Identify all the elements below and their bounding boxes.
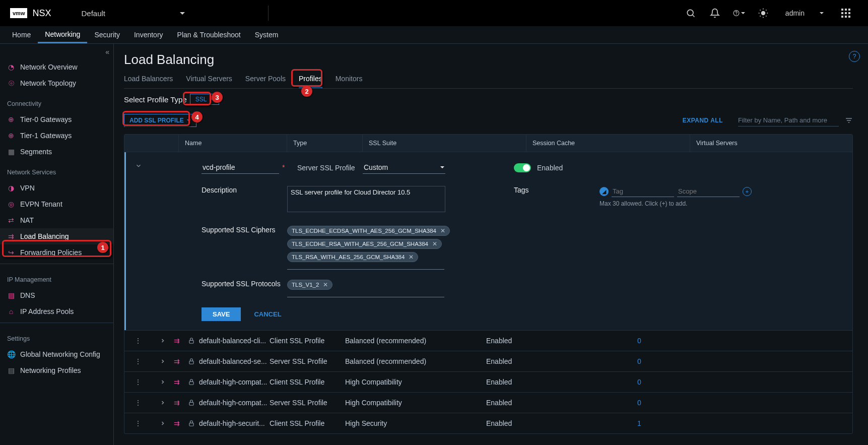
expand-row-icon[interactable]	[151, 379, 174, 385]
theme-icon[interactable]	[757, 7, 769, 19]
expand-row-icon[interactable]	[151, 338, 174, 344]
tab-security[interactable]: Security	[87, 26, 127, 43]
body-area: « ◔Network Overview ⦾Network Topology Co…	[0, 44, 868, 445]
dns-icon: ▤	[7, 291, 15, 299]
cancel-button[interactable]: CANCEL	[251, 310, 284, 319]
expand-row-icon[interactable]	[151, 420, 174, 426]
row-name: default-high-securit...	[199, 419, 270, 427]
sub-tab-virtual-servers[interactable]: Virtual Servers	[186, 71, 232, 88]
row-type: Server SSL Profile	[270, 357, 345, 365]
nav-networking-profiles[interactable]: ▤Networking Profiles	[0, 362, 113, 378]
sub-tab-server-pools[interactable]: Server Pools	[245, 71, 286, 88]
filter-icon[interactable]	[845, 116, 853, 124]
nav-global-config[interactable]: 🌐Global Networking Config	[0, 346, 113, 362]
profile-type-label: Select Profile Type	[124, 95, 187, 104]
profile-type-text: Server SSL Profile	[297, 164, 363, 172]
user-menu[interactable]: admin	[785, 9, 824, 17]
table-row: ⋮ ⇉ default-balanced-cli... Client SSL P…	[124, 330, 852, 351]
row-virtual-servers-link[interactable]: 0	[637, 399, 852, 407]
bell-icon[interactable]	[709, 7, 721, 19]
col-header-cache: Session Cache	[526, 135, 690, 152]
tab-inventory[interactable]: Inventory	[127, 26, 170, 43]
nav-nat[interactable]: ⇄NAT	[0, 212, 113, 228]
search-icon[interactable]	[685, 7, 697, 19]
svg-rect-18	[189, 382, 193, 385]
sub-tab-profiles[interactable]: Profiles	[299, 71, 322, 88]
protocols-label: Supported SSL Protocols	[202, 280, 287, 297]
scope-input[interactable]	[677, 186, 740, 197]
add-tag-button[interactable]: +	[743, 187, 752, 196]
row-actions-icon[interactable]: ⋮	[124, 399, 151, 407]
nav-forwarding-policies[interactable]: ↪Forwarding Policies	[0, 244, 113, 261]
session-cache-toggle[interactable]	[514, 163, 531, 172]
save-button[interactable]: SAVE	[202, 307, 241, 321]
table-row: ⋮ ⇉ default-high-compat... Client SSL Pr…	[124, 371, 852, 392]
nav-tier0-gateways[interactable]: ⊕Tier-0 Gateways	[0, 111, 113, 128]
ciphers-container[interactable]: TLS_ECDHE_ECDSA_WITH_AES_256_GCM_SHA384✕…	[287, 226, 444, 270]
expand-all-button[interactable]: EXPAND ALL	[683, 117, 723, 124]
tags-hint: Max 30 allowed. Click (+) to add.	[599, 200, 752, 207]
nav-ip-address-pools[interactable]: ⌂IP Address Pools	[0, 303, 113, 320]
lock-icon	[188, 378, 199, 386]
description-input[interactable]	[287, 186, 445, 212]
sub-tab-load-balancers[interactable]: Load Balancers	[124, 71, 173, 88]
segments-icon: ▦	[7, 148, 15, 156]
divider	[268, 6, 269, 21]
tab-networking[interactable]: Networking	[38, 26, 87, 43]
collapse-nav-icon[interactable]: «	[105, 48, 109, 56]
svg-line-7	[760, 10, 760, 11]
tab-system[interactable]: System	[248, 26, 286, 43]
tenant-icon: ◎	[7, 200, 15, 208]
row-virtual-servers-link[interactable]: 0	[637, 378, 852, 386]
row-suite: Balanced (recommended)	[345, 357, 486, 365]
expand-row-icon[interactable]	[151, 400, 174, 406]
add-ssl-profile-button[interactable]: ADD SSL PROFILE	[124, 114, 196, 127]
lb-icon: ⇉	[174, 357, 188, 365]
row-actions-icon[interactable]: ⋮	[124, 419, 151, 427]
tab-plan-troubleshoot[interactable]: Plan & Troubleshoot	[170, 26, 248, 43]
nav-load-balancing[interactable]: ⇉Load Balancing	[0, 228, 113, 244]
nav-tier1-gateways[interactable]: ⊕Tier-1 Gateways	[0, 128, 113, 144]
help-dropdown-icon[interactable]	[733, 7, 745, 19]
profile-name-input[interactable]	[202, 161, 279, 174]
row-actions-icon[interactable]: ⋮	[124, 357, 151, 365]
scope-selector[interactable]: Default	[81, 9, 255, 18]
nav-dns[interactable]: ▤DNS	[0, 287, 113, 303]
chevron-down-icon	[180, 12, 185, 15]
protocols-container[interactable]: TLS_V1_2✕	[287, 280, 444, 297]
nav-segments[interactable]: ▦Segments	[0, 144, 113, 160]
sub-tab-monitors[interactable]: Monitors	[336, 71, 363, 88]
topology-icon: ⦾	[7, 79, 15, 87]
globe-icon: 🌐	[7, 350, 15, 358]
row-virtual-servers-link[interactable]: 1	[637, 419, 852, 427]
filter-input[interactable]	[738, 114, 839, 126]
nav-vpn[interactable]: ◑VPN	[0, 180, 113, 196]
chevron-down-icon	[820, 12, 824, 14]
row-type: Client SSL Profile	[270, 337, 345, 345]
remove-chip-icon[interactable]: ✕	[432, 240, 437, 247]
help-icon[interactable]: ?	[849, 51, 860, 62]
remove-chip-icon[interactable]: ✕	[323, 281, 328, 288]
nav-network-topology[interactable]: ⦾Network Topology	[0, 75, 113, 91]
row-virtual-servers-link[interactable]: 0	[637, 337, 852, 345]
tab-home[interactable]: Home	[5, 26, 38, 43]
nav-evpn-tenant[interactable]: ◎EVPN Tenant	[0, 196, 113, 212]
row-virtual-servers-link[interactable]: 0	[637, 357, 852, 365]
remove-chip-icon[interactable]: ✕	[440, 227, 445, 234]
remove-chip-icon[interactable]: ✕	[409, 253, 414, 261]
tag-input[interactable]	[612, 186, 674, 197]
col-header-vs: Virtual Servers	[690, 135, 852, 152]
row-actions-icon[interactable]: ⋮	[124, 378, 151, 386]
ssl-suite-select[interactable]: Custom	[363, 161, 445, 174]
annotation-badge-1: 1	[97, 242, 108, 253]
apps-icon[interactable]	[840, 7, 852, 19]
expand-row-icon[interactable]	[151, 358, 174, 364]
side-nav: « ◔Network Overview ⦾Network Topology Co…	[0, 44, 114, 445]
ip-pools-icon: ⌂	[7, 307, 15, 315]
row-cache: Enabled	[486, 378, 637, 386]
collapse-row-icon[interactable]	[135, 162, 142, 330]
nav-network-overview[interactable]: ◔Network Overview	[0, 59, 113, 75]
svg-point-3	[736, 15, 737, 15]
svg-line-1	[693, 15, 695, 17]
row-actions-icon[interactable]: ⋮	[124, 337, 151, 345]
